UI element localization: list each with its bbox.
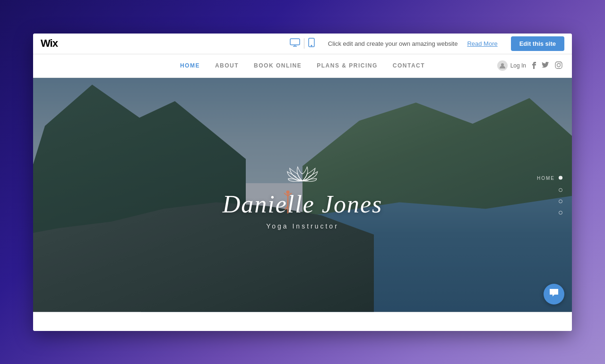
chat-button[interactable] xyxy=(544,284,564,305)
login-label: Log In xyxy=(510,62,526,69)
device-divider xyxy=(304,38,304,49)
side-dot-3[interactable] xyxy=(559,199,562,203)
desktop-icon[interactable] xyxy=(290,38,300,49)
mobile-icon[interactable] xyxy=(308,38,315,50)
nav-about[interactable]: ABOUT xyxy=(215,62,239,69)
hero-content: Danielle Jones Yoga Instructor xyxy=(223,160,382,230)
nav-home[interactable]: HOME xyxy=(180,62,200,69)
bar-message: Click edit and create your own amazing w… xyxy=(328,40,458,47)
side-dot-home[interactable] xyxy=(559,176,562,180)
svg-point-8 xyxy=(560,63,561,64)
side-nav: HOME xyxy=(537,175,562,214)
login-button[interactable]: Log In xyxy=(497,60,526,71)
side-dot-4[interactable] xyxy=(559,211,562,214)
side-nav-home-label: HOME xyxy=(537,175,555,180)
svg-rect-6 xyxy=(555,62,562,68)
side-nav-item-4[interactable] xyxy=(559,211,562,214)
nav-plans-pricing[interactable]: PLANS & PRICING xyxy=(317,62,378,69)
browser-window: Wix Click edit and create your own amazi… xyxy=(33,34,572,331)
side-nav-item-home[interactable]: HOME xyxy=(537,175,562,180)
side-nav-item-2[interactable] xyxy=(559,188,562,192)
nav-bar: HOME ABOUT BOOK ONLINE PLANS & PRICING C… xyxy=(33,54,572,78)
hero-section: Danielle Jones Yoga Instructor HOME xyxy=(33,78,572,312)
side-dot-2[interactable] xyxy=(559,188,562,192)
wix-logo: Wix xyxy=(41,37,58,50)
twitter-icon[interactable] xyxy=(542,62,549,69)
hero-subtitle: Yoga Instructor xyxy=(223,222,382,230)
side-nav-item-3[interactable] xyxy=(559,199,562,203)
nav-contact[interactable]: CONTACT xyxy=(393,62,425,69)
nav-right: Log In xyxy=(497,60,562,71)
hero-name: Danielle Jones xyxy=(223,191,382,218)
svg-rect-0 xyxy=(290,39,300,45)
read-more-link[interactable]: Read More xyxy=(467,40,497,47)
user-avatar xyxy=(497,60,508,71)
wix-top-bar: Wix Click edit and create your own amazi… xyxy=(33,34,572,54)
svg-point-4 xyxy=(311,45,312,46)
instagram-icon[interactable] xyxy=(555,61,562,70)
facebook-icon[interactable] xyxy=(532,61,536,70)
chat-icon xyxy=(549,288,559,300)
edit-site-button[interactable]: Edit this site xyxy=(511,36,564,51)
nav-links: HOME ABOUT BOOK ONLINE PLANS & PRICING C… xyxy=(180,62,425,69)
nav-book-online[interactable]: BOOK ONLINE xyxy=(254,62,302,69)
footer-strip xyxy=(33,312,572,331)
svg-point-7 xyxy=(557,63,561,67)
device-icons xyxy=(290,38,315,50)
lotus-icon xyxy=(223,160,382,185)
